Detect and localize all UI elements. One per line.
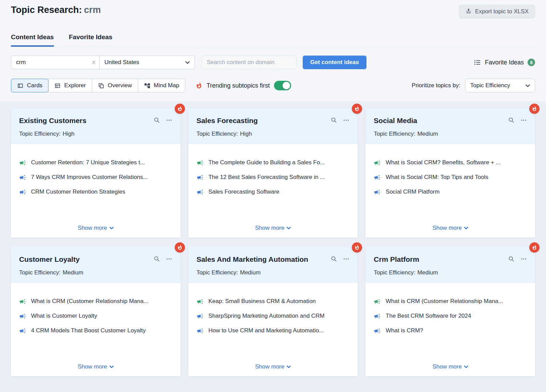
- show-more-link[interactable]: Show more: [255, 223, 291, 232]
- idea-item[interactable]: What is Social CRM? Benefits, Software +…: [374, 159, 527, 166]
- idea-item[interactable]: 7 Ways CRM Improves Customer Relations..…: [19, 174, 172, 181]
- favorites-count-badge: 8: [528, 59, 535, 66]
- card-search-icon[interactable]: [154, 117, 160, 123]
- card-menu-icon[interactable]: [166, 256, 172, 262]
- efficiency-value: Medium: [417, 269, 438, 276]
- card-menu-icon[interactable]: [166, 117, 172, 123]
- mindmap-view-icon: [144, 82, 150, 89]
- overview-view-icon: [98, 82, 104, 89]
- efficiency-value: High: [240, 131, 252, 137]
- topic-card: Customer Loyalty Topic Efficiency: Mediu…: [11, 247, 181, 376]
- card-search-icon[interactable]: [331, 117, 337, 123]
- efficiency-value: High: [63, 131, 75, 137]
- idea-item[interactable]: What is Customer Loyalty: [19, 313, 172, 320]
- topic-efficiency: Topic Efficiency: High: [19, 131, 172, 137]
- clear-query-icon[interactable]: [91, 60, 96, 65]
- idea-item[interactable]: What is CRM (Customer Relationship Mana.…: [19, 298, 172, 305]
- topic-efficiency: Topic Efficiency: Medium: [19, 269, 172, 276]
- card-header: Customer Loyalty Topic Efficiency: Mediu…: [11, 247, 181, 283]
- card-body: The Complete Guide to Building a Sales F…: [188, 144, 358, 238]
- prioritize-select[interactable]: Topic Efficiency: [465, 79, 535, 92]
- topic-card: Social Media Topic Efficiency: Medium: [365, 108, 535, 238]
- megaphone-icon: [197, 313, 204, 320]
- idea-item[interactable]: The 12 Best Sales Forecasting Software i…: [197, 174, 350, 181]
- chevron-down-icon: [287, 365, 291, 368]
- card-search-icon[interactable]: [508, 117, 515, 123]
- idea-item[interactable]: Sales Forecasting Software: [197, 189, 350, 196]
- idea-item[interactable]: 4 CRM Models That Boost Customer Loyalty: [19, 327, 172, 334]
- view-explorer-button[interactable]: Explorer: [48, 79, 92, 92]
- idea-item[interactable]: What is Social CRM: Top Tips and Tools: [374, 174, 527, 181]
- idea-text: Customer Retention: 7 Unique Strategies …: [31, 159, 145, 166]
- idea-list: What is CRM (Customer Relationship Mana.…: [374, 298, 527, 342]
- trending-flame-badge: [352, 104, 362, 114]
- card-menu-icon[interactable]: [343, 256, 349, 262]
- efficiency-value: Medium: [417, 131, 438, 137]
- idea-text: What is CRM (Customer Relationship Mana.…: [386, 298, 503, 305]
- idea-item[interactable]: How to Use CRM and Marketing Automatio..…: [197, 327, 350, 334]
- efficiency-value: Medium: [63, 269, 83, 276]
- explorer-view-icon: [54, 82, 61, 89]
- top-section: Topic Research:crm Export topic to XLSX …: [0, 0, 546, 101]
- show-more-link[interactable]: Show more: [78, 223, 114, 232]
- idea-item[interactable]: SharpSpring Marketing Automation and CRM: [197, 313, 350, 320]
- idea-item[interactable]: What is CRM (Customer Relationship Mana.…: [374, 298, 527, 305]
- show-more-link[interactable]: Show more: [255, 362, 291, 371]
- view-switcher: Cards Explorer Overview: [11, 79, 185, 92]
- view-mindmap-button[interactable]: Mind Map: [138, 79, 186, 92]
- show-more-label: Show more: [432, 225, 462, 231]
- megaphone-icon: [19, 159, 26, 166]
- domain-search-input[interactable]: [202, 56, 297, 69]
- show-more-link[interactable]: Show more: [432, 223, 468, 232]
- topic-card: Sales Forecasting Topic Efficiency: High: [188, 108, 358, 238]
- idea-text: What is CRM?: [386, 327, 423, 334]
- chevron-down-icon: [464, 365, 468, 368]
- view-cards-button[interactable]: Cards: [11, 79, 48, 92]
- tab-favorite-ideas[interactable]: Favorite Ideas: [69, 33, 113, 47]
- toolbar: Cards Explorer Overview: [11, 79, 535, 101]
- card-body: Customer Retention: 7 Unique Strategies …: [11, 144, 181, 238]
- country-select[interactable]: United States: [99, 56, 195, 69]
- idea-item[interactable]: Customer Retention: 7 Unique Strategies …: [19, 159, 172, 166]
- card-menu-icon[interactable]: [343, 117, 349, 123]
- card-menu-icon[interactable]: [520, 256, 527, 262]
- card-search-icon[interactable]: [154, 256, 160, 262]
- idea-item[interactable]: The Best CRM Software for 2024: [374, 313, 527, 320]
- card-search-icon[interactable]: [508, 256, 515, 262]
- idea-item[interactable]: CRM Customer Retention Strategies: [19, 189, 172, 196]
- efficiency-label: Topic Efficiency:: [19, 269, 61, 276]
- card-search-icon[interactable]: [331, 256, 337, 262]
- show-more-link[interactable]: Show more: [78, 362, 114, 371]
- favorite-ideas-button[interactable]: Favorite Ideas 8: [474, 59, 535, 66]
- topic-card: Sales And Marketing Automation Topic Eff…: [188, 247, 358, 376]
- trending-flame-badge: [529, 242, 540, 253]
- show-more-link[interactable]: Show more: [432, 362, 468, 371]
- page-title: Topic Research:crm: [11, 5, 101, 15]
- trending-toggle[interactable]: [274, 81, 291, 90]
- prioritize-control: Prioritize topics by: Topic Efficiency: [412, 79, 535, 92]
- tab-content-ideas[interactable]: Content Ideas: [11, 33, 54, 47]
- get-content-ideas-button[interactable]: Get content ideas: [303, 56, 367, 69]
- card-body: What is Social CRM? Benefits, Software +…: [365, 144, 535, 238]
- megaphone-icon: [374, 313, 381, 320]
- chevron-down-icon: [110, 365, 114, 368]
- card-title: Social Media: [374, 116, 420, 125]
- idea-item[interactable]: Keap: Small Business CRM & Automation: [197, 298, 350, 305]
- prioritize-label: Prioritize topics by:: [412, 82, 460, 89]
- trending-label: Trending subtopics first: [206, 82, 270, 89]
- idea-text: What is CRM (Customer Relationship Mana.…: [31, 298, 148, 305]
- idea-text: SharpSpring Marketing Automation and CRM: [209, 313, 325, 319]
- idea-text: Sales Forecasting Software: [209, 189, 279, 195]
- card-body: What is CRM (Customer Relationship Mana.…: [365, 283, 535, 376]
- export-xlsx-button[interactable]: Export topic to XLSX: [459, 5, 535, 18]
- idea-item[interactable]: Social CRM Platform: [374, 189, 527, 196]
- card-title: Crm Platform: [374, 255, 422, 264]
- view-overview-button[interactable]: Overview: [92, 79, 138, 92]
- idea-item[interactable]: The Complete Guide to Building a Sales F…: [197, 159, 350, 166]
- view-overview-label: Overview: [108, 82, 132, 89]
- card-menu-icon[interactable]: [520, 117, 527, 123]
- card-actions: [331, 117, 349, 123]
- idea-item[interactable]: What is CRM?: [374, 327, 527, 334]
- idea-text: How to Use CRM and Marketing Automatio..…: [209, 327, 324, 334]
- topic-query-input[interactable]: [11, 56, 100, 69]
